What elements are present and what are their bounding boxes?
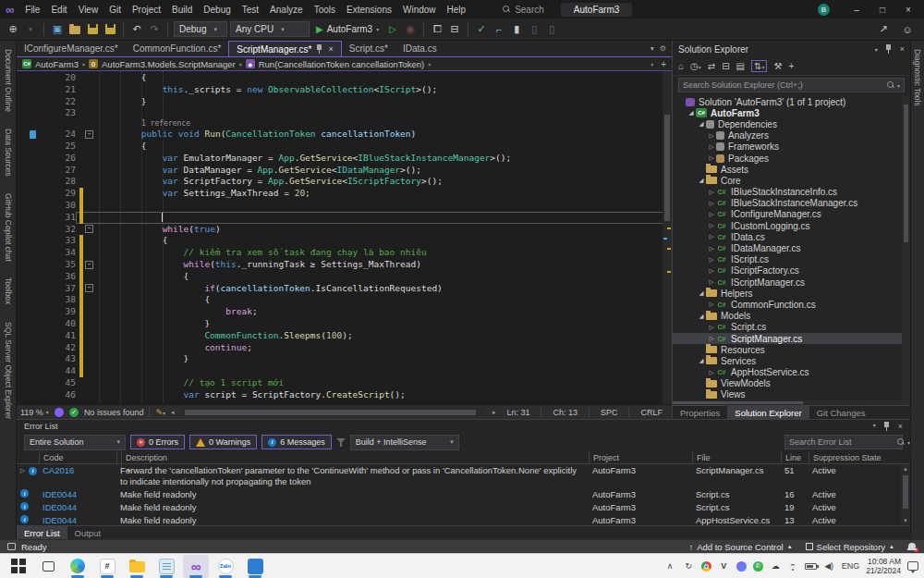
tree-item-assets[interactable]: Assets [673,164,910,175]
start-without-debugging-icon[interactable]: ▷ [385,22,400,37]
tree-item-views[interactable]: Views [673,389,910,400]
tree-item-frameworks[interactable]: ▷Frameworks [673,141,910,153]
issues-status[interactable]: No issues found [84,408,144,417]
taskbar-edge-icon[interactable] [65,555,91,578]
column-code[interactable]: Code [39,452,116,464]
open-file-icon[interactable] [67,22,82,37]
teamviewer-icon[interactable]: V [718,560,730,572]
warnings-filter-button[interactable]: 0 Warnings [189,435,257,449]
tree-item-commonfunction-cs[interactable]: ▷C#CommonFunction.cs [673,299,910,310]
battery-icon[interactable] [805,563,817,570]
pin-icon[interactable] [316,44,323,54]
spell-check-icon[interactable]: ✓ [474,22,489,37]
tab-idata-cs[interactable]: IData.cs [395,41,444,56]
error-code-link[interactable]: IDE0044 [39,515,116,525]
scrollbar-thumb[interactable] [664,115,670,221]
chrome-icon[interactable] [701,561,711,572]
chevron-down-icon[interactable]: ▾ [650,61,653,68]
side-tab-document-outline[interactable]: Document Outline [4,41,13,120]
tree-item-ibluestackinstancemanager-cs[interactable]: ▷C#IBlueStackInstanceManager.cs [673,198,910,209]
tree-item-viewmodels[interactable]: ViewModels [673,378,910,389]
solution-explorer-search-input[interactable] [683,80,887,90]
user-avatar[interactable]: B [818,4,830,16]
taskbar-visual-studio-icon[interactable]: ∞ [183,555,209,578]
messenger-icon[interactable] [736,561,747,572]
fold-collapse-icon[interactable]: − [85,225,93,233]
close-tab-icon[interactable]: × [328,44,333,54]
close-panel-icon[interactable]: × [898,422,903,431]
column-description[interactable]: Description ▲ [116,452,589,464]
add-to-source-control-button[interactable]: ↑ Add to Source Control▲ [688,542,792,552]
select-repository-button[interactable]: Select Repository▲ [806,542,894,552]
breakpoints-window-icon[interactable]: ⊟ [447,22,462,37]
error-row[interactable]: ▷iCA2016Forward the 'cancellationToken' … [17,464,901,488]
window-position-icon[interactable]: ▾ [873,422,876,431]
taskbar-start-button-icon[interactable] [6,555,31,578]
error-row[interactable]: iIDE0044Make field readonlyAutoFarm3Scri… [17,488,901,501]
side-tab-data-sources[interactable]: Data Sources [4,120,13,185]
save-all-icon[interactable] [103,22,117,37]
error-row[interactable]: iIDE0044Make field readonlyAutoFarm3Scri… [17,501,901,514]
column-line[interactable]: Line [781,452,808,464]
scroll-up-icon[interactable]: ▲ [903,464,908,473]
tray-expand-icon[interactable]: ∧ [664,560,676,572]
split-window-icon[interactable]: + [661,59,666,69]
expand-row-icon[interactable]: ▷ [20,465,27,476]
breadcrumb-type[interactable]: {} AutoFarm3.Models.ScriptManager▾ [89,59,242,69]
add-item-icon[interactable]: ⊕ [6,22,20,37]
error-code-link[interactable]: CA2016 [39,465,116,476]
menu-test[interactable]: Test [237,4,264,16]
fold-collapse-icon[interactable]: − [85,284,93,292]
send-feedback-icon[interactable]: ☺ [900,22,915,37]
taskbar-zalo-icon[interactable]: Zalo [213,555,238,578]
live-share-icon[interactable]: ⧠ [430,22,444,37]
tree-item-autofarm3[interactable]: ◢C#AutoFarm3 [673,107,910,118]
fold-collapse-icon[interactable]: − [85,261,93,269]
notifications-bell-icon[interactable] [907,542,917,551]
menu-analyze[interactable]: Analyze [264,4,309,16]
document-list-icon[interactable]: ▾ [650,44,654,53]
column-project[interactable]: Project [589,452,692,464]
navigate-backward-icon[interactable]: ⌐ [492,22,506,37]
side-tab-github-copilot-chat[interactable]: GitHub Copilot chat [4,185,13,270]
solution-configuration-dropdown[interactable]: Debug▾ [174,21,227,37]
new-file-icon[interactable]: + [788,61,794,71]
search-box[interactable]: Search [495,4,552,16]
wifi-icon[interactable] [788,562,798,571]
panel-tab-git-changes[interactable]: Git Changes [809,406,873,419]
scrollbar-thumb[interactable] [904,105,908,242]
tab-script-cs[interactable]: Script.cs* [342,41,395,56]
redo-icon[interactable]: ↷ [147,22,162,37]
clock[interactable]: 10:08 AM 21/2/2024 [866,557,901,575]
panel-tab-output[interactable]: Output [67,526,109,539]
menu-extensions[interactable]: Extensions [341,4,397,16]
sync-with-active-document-icon[interactable]: ⇅▾ [751,60,767,72]
share-icon[interactable]: ↗ [876,22,891,37]
tree-item-iscriptfactory-cs[interactable]: ▷C#IScriptFactory.cs [673,265,910,277]
menu-edit[interactable]: Edit [45,4,72,16]
tree-vertical-scrollbar[interactable] [902,95,910,400]
close-panel-icon[interactable]: × [900,44,905,54]
column-state[interactable]: Suppression State [808,452,901,464]
error-list-search[interactable]: ▾ [784,435,903,449]
solution-explorer-search[interactable]: ▾ [678,78,905,92]
ink-edit-icon[interactable]: ✎▾ [155,408,165,417]
intellicode-icon[interactable] [55,408,64,417]
menu-tools[interactable]: Tools [309,4,341,16]
tree-item-idata-cs[interactable]: ▷C#IData.cs [673,231,910,242]
fold-collapse-icon[interactable]: − [85,130,93,139]
menu-debug[interactable]: Debug [198,4,236,16]
save-icon[interactable] [85,22,100,37]
error-list-search-input[interactable] [789,437,897,447]
tree-item-scriptmanager-cs[interactable]: ▷C#ScriptManager.cs [673,333,910,344]
menu-project[interactable]: Project [127,4,166,16]
close-button[interactable]: × [896,1,920,18]
taskbar-notepad-icon[interactable] [153,555,179,578]
side-tab-diagnostic-tools[interactable]: Diagnostic Tools [913,41,922,115]
properties-icon[interactable]: ▤ [736,61,745,71]
side-tab-toolbox[interactable]: Toolbox [4,269,13,313]
undo-icon[interactable]: ↶ [129,22,144,37]
phone-icon[interactable]: ✆ [753,561,763,572]
taskbar-task-view-icon[interactable] [35,555,61,578]
menu-git[interactable]: Git [103,4,127,16]
